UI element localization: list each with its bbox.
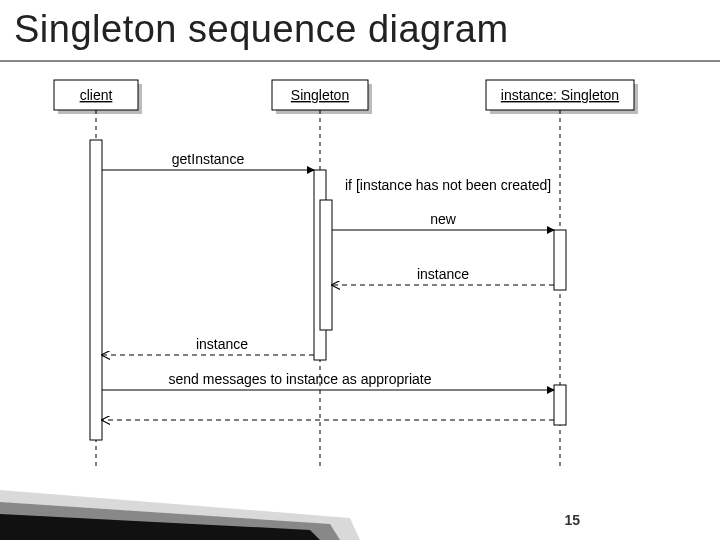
slide-title: Singleton sequence diagram [14, 8, 509, 51]
msg-return-instance1-label: instance [417, 266, 469, 282]
title-underline [0, 60, 720, 62]
activation-instance-1 [554, 230, 566, 290]
activation-singleton-nested [320, 200, 332, 330]
participant-client-label: client [80, 87, 113, 103]
participant-client: client [54, 80, 142, 114]
activation-instance-2 [554, 385, 566, 425]
participant-singleton: Singleton [272, 80, 372, 114]
page-number: 15 [564, 512, 580, 528]
participant-instance-label: instance: Singleton [501, 87, 619, 103]
svg-marker-6 [0, 490, 360, 540]
msg-getInstance-label: getInstance [172, 151, 245, 167]
msg-return-instance2-label: instance [196, 336, 248, 352]
svg-marker-8 [0, 514, 320, 540]
participant-singleton-label: Singleton [291, 87, 349, 103]
participant-instance: instance: Singleton [486, 80, 638, 114]
msg-new-label: new [430, 211, 457, 227]
sequence-diagram: client Singleton instance: Singleton get… [0, 70, 720, 490]
svg-marker-7 [0, 502, 340, 540]
msg-send-label: send messages to instance as appropriate [168, 371, 431, 387]
guard-label: if [instance has not been created] [345, 177, 551, 193]
activation-client [90, 140, 102, 440]
